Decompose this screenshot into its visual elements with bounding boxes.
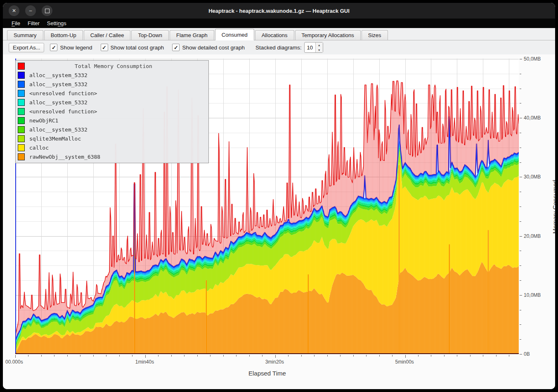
x-tick	[509, 355, 509, 357]
chart-legend: Total Memory Consumptionalloc__system_53…	[15, 60, 209, 163]
x-tick	[145, 355, 146, 358]
checkbox-show-legend[interactable]: ✓Show legend	[50, 44, 92, 51]
minimize-icon: –	[29, 8, 32, 14]
export-as-button[interactable]: Export As...	[9, 43, 44, 52]
tab-summary[interactable]: Summary	[7, 30, 43, 40]
x-tick	[171, 355, 172, 357]
y-tick-label: 20,0MB	[524, 233, 541, 239]
x-tick	[54, 355, 54, 357]
legend-label: Total Memory Consumption	[29, 63, 198, 69]
y-tick	[520, 310, 521, 310]
y-tick	[520, 236, 522, 237]
legend-swatch	[18, 108, 25, 115]
tab-bottom-up[interactable]: Bottom-Up	[44, 30, 83, 40]
y-tick	[520, 162, 521, 163]
legend-swatch	[18, 117, 25, 124]
checkbox-show-detailed-cost-graph[interactable]: ✓Show detailed cost graph	[172, 44, 245, 51]
legend-swatch	[18, 90, 25, 97]
x-tick	[132, 355, 132, 357]
stacked-diagrams-control: Stacked diagrams: 10 ▲ ▼	[255, 42, 323, 53]
checkmark-icon: ✓	[50, 44, 57, 51]
legend-swatch	[18, 72, 25, 79]
legend-swatch	[18, 153, 25, 160]
title-bar: ✕ – Heaptrack - heaptrack.wakunode.1.gz …	[3, 3, 555, 19]
y-tick	[520, 103, 521, 103]
x-tick-label: 00.000s	[5, 359, 30, 365]
spin-down-icon[interactable]: ▼	[316, 47, 323, 52]
maximize-icon	[45, 9, 50, 13]
legend-item: alloc__system_5332	[16, 125, 208, 134]
x-tick	[353, 355, 354, 357]
chart-area: Total Memory Consumptionalloc__system_53…	[3, 54, 555, 389]
legend-label: alloc__system_5332	[29, 127, 87, 133]
y-tick	[520, 207, 521, 207]
y-tick	[520, 148, 521, 148]
x-tick	[15, 355, 16, 358]
legend-item: calloc	[16, 143, 208, 152]
y-tick	[520, 251, 521, 251]
x-tick	[418, 355, 418, 357]
stacked-diagrams-spinbox[interactable]: 10 ▲ ▼	[304, 42, 323, 53]
app-window: ✕ – Heaptrack - heaptrack.wakunode.1.gz …	[3, 3, 555, 389]
tab-flame-graph[interactable]: Flame Graph	[170, 30, 214, 40]
legend-swatch	[18, 63, 25, 70]
y-tick-label: 10,0MB	[524, 292, 541, 298]
tab-consumed[interactable]: Consumed	[215, 29, 254, 40]
y-tick	[520, 118, 522, 118]
y-tick	[520, 192, 521, 192]
window-title: Heaptrack - heaptrack.wakunode.1.gz — He…	[3, 8, 555, 14]
x-tick	[496, 355, 497, 357]
legend-item: newObjRC1	[16, 116, 208, 125]
tab-allocations[interactable]: Allocations	[255, 30, 294, 40]
menu-settings[interactable]: Settings	[43, 19, 70, 27]
x-tick-label: 5min00s	[395, 359, 420, 365]
menu-filter[interactable]: Filter	[24, 19, 43, 27]
x-tick	[314, 355, 314, 357]
tab-temporary-allocations[interactable]: Temporary Allocations	[295, 30, 361, 40]
x-tick	[197, 355, 198, 357]
checkbox-show-total-cost-graph[interactable]: ✓Show total cost graph	[101, 44, 164, 51]
tab-sizes[interactable]: Sizes	[362, 30, 388, 40]
legend-swatch	[18, 99, 25, 106]
y-tick-label: 0B	[524, 351, 530, 357]
x-tick	[275, 355, 276, 358]
y-tick	[520, 295, 522, 296]
y-tick	[520, 339, 521, 340]
legend-label: sqlite3MemMalloc	[29, 136, 81, 142]
y-tick	[520, 265, 521, 266]
toolbar: Export As... ✓Show legend✓Show total cos…	[3, 40, 555, 54]
x-tick	[210, 355, 210, 357]
spin-up-icon[interactable]: ▲	[316, 42, 323, 47]
tab-top-down[interactable]: Top-Down	[131, 30, 169, 40]
close-icon: ✕	[12, 8, 16, 14]
legend-label: alloc__system_5332	[29, 72, 87, 78]
x-tick	[392, 355, 392, 357]
tab-caller-callee[interactable]: Caller / Callee	[84, 30, 131, 40]
y-tick	[520, 177, 522, 177]
legend-item: alloc__system_5332	[16, 98, 208, 107]
tab-bar: SummaryBottom-UpCaller / CalleeTop-DownF…	[3, 28, 555, 40]
x-tick	[80, 355, 80, 357]
y-tick	[520, 89, 521, 89]
close-button[interactable]: ✕	[9, 5, 19, 16]
checkbox-label: Show detailed cost graph	[182, 45, 245, 51]
y-tick	[520, 354, 522, 354]
stacked-diagrams-value: 10	[305, 42, 315, 52]
x-tick	[119, 355, 120, 357]
x-tick-label: 3min20s	[265, 359, 290, 365]
maximize-button[interactable]	[42, 5, 52, 16]
y-tick	[520, 324, 521, 325]
checkbox-label: Show total cost graph	[111, 45, 164, 51]
menu-file[interactable]: File	[8, 19, 24, 27]
y-tick-label: 40,0MB	[524, 115, 541, 121]
legend-swatch	[18, 135, 25, 142]
checkmark-icon: ✓	[101, 44, 108, 51]
x-tick	[405, 355, 406, 358]
x-tick	[184, 355, 184, 357]
minimize-button[interactable]: –	[25, 5, 36, 16]
x-tick	[41, 355, 42, 357]
y-tick-label: 50,0MB	[524, 56, 541, 62]
x-tick	[106, 355, 106, 357]
x-tick	[470, 355, 471, 357]
legend-item: sqlite3MemMalloc	[16, 134, 208, 143]
